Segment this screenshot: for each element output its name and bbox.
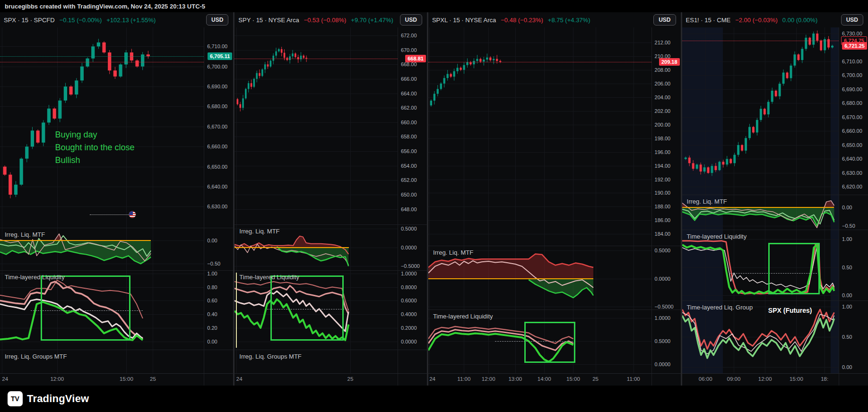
pane-plot[interactable]: Buying dayBought into the closeBullish <box>0 27 204 228</box>
axis-tick-label: 212.00 <box>655 40 671 45</box>
drawing-box[interactable] <box>270 275 344 341</box>
axis-tick-label: 206.00 <box>655 81 671 86</box>
time-axis[interactable]: 06:0009:0012:0015:0018: <box>682 373 868 386</box>
axis-tick-label: 196.00 <box>655 149 671 155</box>
indicator-label[interactable]: Irreg. Liq. MTF <box>687 198 727 205</box>
time-axis[interactable]: 2412:0015:0025 <box>0 373 233 386</box>
pane-stack: Buying dayBought into the closeBullish6,… <box>0 27 233 373</box>
pane-plot[interactable]: Time-layered Liquidity <box>234 271 398 350</box>
pane-plot[interactable]: Time-layered Liquidity <box>0 271 204 350</box>
indicator-label[interactable]: Time-layered Liq. Group <box>687 304 753 311</box>
pane-plot[interactable]: Irreg. Liq. Groups MTF <box>234 350 398 373</box>
time-tick-label: 12:00 <box>482 376 495 382</box>
chart-panel-spxl[interactable]: SPXL · 15 · NYSE Arca −0.48 (−0.23%) +8.… <box>428 12 681 386</box>
currency-button[interactable]: USD <box>653 14 676 26</box>
axis-tick-label: 6,620.00 <box>842 184 862 189</box>
axis-tick-label: 6,650.00 <box>842 142 862 148</box>
pane-plot[interactable]: Time-layered Liquidity <box>428 310 651 373</box>
change-2: +102.13 (+1.55%) <box>106 17 156 24</box>
price-axis[interactable]: 0.50000.0000−0.5000 <box>651 246 681 309</box>
price-axis[interactable] <box>204 350 233 373</box>
symbol-title[interactable]: SPX · 15 · SPCFD <box>4 17 55 24</box>
symbol-title[interactable]: SPXL · 15 · NYSE Arca <box>432 17 496 24</box>
price-axis[interactable]: 1.00000.80000.60000.40000.20000.0000 <box>398 271 427 350</box>
price-badge: 209.18 <box>659 58 680 66</box>
axis-tick-label: 6,660.00 <box>207 144 227 149</box>
pane-plot[interactable] <box>234 27 398 224</box>
currency-button[interactable]: USD <box>206 14 228 26</box>
chart-panel-spx[interactable]: SPX · 15 · SPCFD −0.15 (−0.00%) +102.13 … <box>0 12 233 386</box>
axis-tick-label: 668.00 <box>401 61 417 67</box>
time-tick-label: 18: <box>821 376 828 382</box>
drawing-box[interactable] <box>524 322 575 362</box>
pane-plot[interactable]: Irreg. Liq. Groups MTF <box>0 350 204 373</box>
pane-plot[interactable] <box>428 27 651 246</box>
axis-tick-label: 200.00 <box>655 122 671 128</box>
indicator-label[interactable]: Time-layered Liquidity <box>687 233 747 240</box>
time-tick-label: 25 <box>592 376 599 382</box>
price-axis[interactable]: 1.00000.50000.0000 <box>651 310 681 373</box>
indicator-label[interactable]: Irreg. Liq. Groups MTF <box>239 353 301 360</box>
chart-grid: SPX · 15 · SPCFD −0.15 (−0.00%) +102.13 … <box>0 12 868 386</box>
pane-plot[interactable] <box>682 27 839 195</box>
axis-tick-label: 0.6000 <box>401 298 417 303</box>
pane-plot[interactable]: Irreg. Liq. MTF <box>234 225 398 270</box>
footer-bar: TV TradingView <box>0 386 868 412</box>
indicator-label[interactable]: Time-layered Liquidity <box>239 274 299 281</box>
axis-tick-label: 0.00 <box>207 238 217 243</box>
time-axis[interactable]: 2411:0012:0013:0014:0015:002511:00 <box>428 373 681 386</box>
price-axis[interactable]: 0.50000.0000−0.5000 <box>398 225 427 270</box>
symbol-title[interactable]: ES1! · 15 · CME <box>686 17 731 24</box>
indicator-label[interactable]: Time-layered Liquidity <box>433 313 493 320</box>
pane-plot[interactable]: Irreg. Liq. MTF <box>682 195 839 230</box>
currency-button[interactable]: USD <box>841 14 863 26</box>
price-axis[interactable] <box>398 350 427 373</box>
pane-plot[interactable]: Irreg. Liq. MTF <box>0 228 204 270</box>
pane-plot[interactable]: Time-layered Liq. GroupSPX (Futures) <box>682 301 839 373</box>
price-axis[interactable]: 1.000.500.00 <box>839 230 868 300</box>
dotted-price-line <box>682 41 839 41</box>
indicator-label[interactable]: Irreg. Liq. MTF <box>239 228 279 235</box>
price-axis[interactable]: 6,710.006,700.006,690.006,680.006,670.00… <box>204 27 233 228</box>
chart-panel-spy[interactable]: SPY · 15 · NYSE Arca −0.53 (−0.08%) +9.7… <box>234 12 427 386</box>
price-axis[interactable]: 0.00−0.50 <box>839 195 868 230</box>
axis-tick-label: 204.00 <box>655 94 671 100</box>
symbol-title[interactable]: SPY · 15 · NYSE Arca <box>238 17 299 24</box>
time-axis[interactable]: 2425 <box>234 373 427 386</box>
price-axis[interactable]: 6,730.006,710.006,700.006,690.006,680.00… <box>839 27 868 195</box>
change-2: 0.00 (0.00%) <box>782 17 817 24</box>
indicator-label[interactable]: Irreg. Liq. MTF <box>433 249 473 256</box>
price-axis[interactable]: 0.00−0.50 <box>204 228 233 270</box>
indicator-label[interactable]: Irreg. Liq. MTF <box>5 231 45 238</box>
axis-tick-label: 658.00 <box>401 134 417 139</box>
axis-tick-label: 654.00 <box>401 163 417 169</box>
price-axis[interactable]: 1.000.500.00 <box>839 301 868 373</box>
attribution-bar: brucegibbs created with TradingView.com,… <box>0 0 868 12</box>
time-tick-label: 09:00 <box>727 376 741 382</box>
drawing-box[interactable] <box>768 243 820 294</box>
chart-header: SPX · 15 · SPCFD −0.15 (−0.00%) +102.13 … <box>0 12 233 27</box>
pane-plot[interactable]: Irreg. Liq. MTF <box>428 246 651 309</box>
indicator-label[interactable]: Time-layered Liquidity <box>5 274 65 281</box>
axis-tick-label: 6,690.00 <box>842 86 862 92</box>
price-axis[interactable]: 672.00670.00668.00666.00664.00662.00660.… <box>398 27 427 224</box>
time-tick-label: 11:00 <box>627 376 640 382</box>
time-tick-label: 15:00 <box>790 376 803 382</box>
axis-tick-label: 0.60 <box>207 298 217 303</box>
axis-tick-label: −0.50 <box>842 223 855 229</box>
pane-plot[interactable]: Time-layered Liquidity <box>682 230 839 300</box>
price-axis[interactable]: 212.00210.00208.00206.00204.00202.00200.… <box>651 27 681 246</box>
indicator-label[interactable]: Irreg. Liq. Groups MTF <box>5 353 67 360</box>
tradingview-logo-text[interactable]: TradingView <box>27 393 89 405</box>
chart-panel-es1[interactable]: ES1! · 15 · CME −2.00 (−0.03%) 0.00 (0.0… <box>682 12 868 386</box>
time-tick-label: 25 <box>347 376 354 382</box>
drawing-box[interactable] <box>41 275 130 341</box>
change-1: −2.00 (−0.03%) <box>735 17 778 24</box>
indicator-pane: Irreg. Liq. Groups MTF <box>234 350 427 373</box>
axis-tick-label: 664.00 <box>401 91 417 96</box>
currency-button[interactable]: USD <box>400 14 422 26</box>
tradingview-logo-icon[interactable]: TV <box>8 391 23 406</box>
price-axis[interactable]: 1.000.800.600.400.200.00 <box>204 271 233 350</box>
text-annotation[interactable]: Buying dayBought into the closeBullish <box>55 129 134 167</box>
time-tick-label: 15:00 <box>566 376 580 382</box>
